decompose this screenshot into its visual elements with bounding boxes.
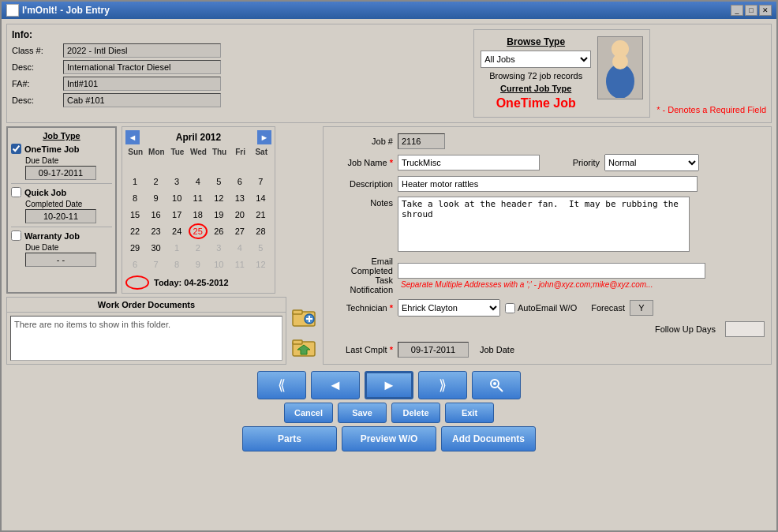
cal-cell[interactable]: 7 [251,174,270,189]
notes-textarea[interactable]: Take a look at the header fan. It may be… [398,197,690,252]
cal-cell[interactable]: 9 [189,257,208,272]
cal-cell[interactable]: 3 [209,240,228,256]
cal-cell[interactable]: 10 [209,257,228,272]
cal-cell[interactable]: 4 [189,174,208,189]
work-order-title: Work Order Documents [7,298,286,313]
cal-cell[interactable]: 11 [189,190,208,206]
cal-cell[interactable]: 23 [147,223,166,239]
cal-header-sat: Sat [251,148,271,156]
cal-cell[interactable]: 5 [209,174,228,189]
job-type-title: Job Type [11,131,112,140]
cal-today-row: Today: 04-25-2012 [125,275,271,290]
cal-cell[interactable]: 30 [147,240,166,256]
cancel-button[interactable]: Cancel [284,403,333,423]
cal-cell[interactable]: 1 [125,174,144,189]
quick-date[interactable]: 10-20-11 [25,209,96,223]
last-button[interactable]: ⟫ [418,371,467,399]
open-folder-button[interactable] [290,335,318,358]
cal-cell [189,157,208,173]
quick-checkbox[interactable] [11,187,21,197]
calendar-box: ◄ April 2012 ► Sun Mon Tue Wed Thu Fri S… [122,126,275,294]
cal-cell[interactable]: 4 [230,240,249,256]
svg-rect-9 [293,340,302,344]
cal-next-button[interactable]: ► [257,130,271,144]
first-button[interactable]: ⟪ [257,371,306,399]
cal-cell[interactable]: 26 [209,223,228,239]
last-cmplt-input[interactable] [398,342,469,358]
cal-cell-today[interactable]: 25 [189,223,208,239]
cal-cell[interactable]: 6 [230,174,249,189]
title-bar: ✔ I'mOnIt! - Job Entry _ □ ✕ [2,2,776,19]
desc-row: Desc: International Tractor Diesel [12,60,467,74]
email-input[interactable] [398,263,705,279]
cal-cell[interactable]: 13 [230,190,249,206]
followup-input[interactable] [725,321,765,337]
side-folder-buttons [290,297,318,365]
onetime-date[interactable]: 09-17-2011 [25,166,96,180]
cal-prev-button[interactable]: ◄ [125,130,140,144]
delete-button[interactable]: Delete [391,403,440,423]
cal-cell[interactable]: 2 [147,174,166,189]
cal-cell[interactable]: 16 [147,207,166,223]
cal-cell[interactable]: 18 [189,207,208,223]
onetime-checkbox[interactable] [11,144,21,154]
cal-cell[interactable]: 22 [125,223,144,239]
prev-button[interactable]: ◄ [311,371,360,399]
cal-cell[interactable]: 17 [167,207,186,223]
cal-cell[interactable]: 9 [147,190,166,206]
cal-cell[interactable]: 19 [209,207,228,223]
parts-button[interactable]: Parts [242,426,337,451]
job-name-input[interactable] [398,155,540,170]
job-num-input[interactable] [398,133,445,149]
add-folder-button[interactable] [290,305,318,328]
svg-point-2 [612,54,628,69]
technician-select[interactable]: Ehrick Clayton John Smith Mike Jones [398,299,500,317]
add-documents-button[interactable]: Add Documents [441,426,536,451]
desc-form-row: Description [330,176,765,192]
cal-cell[interactable]: 12 [209,190,228,206]
cal-cell[interactable]: 5 [251,240,270,256]
warranty-checkbox[interactable] [11,230,21,241]
work-order-content: There are no items to show in this folde… [10,316,282,361]
cal-cell[interactable]: 28 [251,223,270,239]
svg-rect-4 [293,310,302,314]
cal-cell[interactable]: 29 [125,240,144,256]
job-num-label: Job # [330,137,393,146]
desc2-value: Cab #101 [63,93,221,107]
minimize-button[interactable]: _ [731,5,743,16]
search-button[interactable] [472,371,521,399]
cal-header-sun: Sun [125,148,146,156]
save-button[interactable]: Save [338,403,387,423]
forecast-input[interactable] [630,300,653,316]
warranty-date[interactable]: - - [25,253,96,267]
cal-cell[interactable]: 6 [125,257,144,272]
cal-cell[interactable]: 3 [167,174,186,189]
cal-cell[interactable]: 1 [167,240,186,256]
left-panel: Job Type OneTime Job Due Date 09-17-2011 [6,126,318,365]
cal-cell[interactable]: 8 [125,190,144,206]
next-button[interactable]: ► [365,371,413,399]
exit-button[interactable]: Exit [445,403,494,423]
cal-cell[interactable]: 20 [230,207,249,223]
maximize-button[interactable]: □ [745,5,757,16]
cal-cell[interactable]: 11 [230,257,249,272]
cal-cell[interactable]: 24 [167,223,186,239]
cal-cell[interactable]: 14 [251,190,270,206]
browse-type-select[interactable]: All Jobs OneTime Job Quick Job Warranty … [481,51,591,68]
cal-cell[interactable]: 21 [251,207,270,223]
cal-cell[interactable]: 27 [230,223,249,239]
close-button[interactable]: ✕ [759,5,772,16]
info-label: Info: [12,29,467,40]
cal-cell[interactable]: 2 [189,240,208,256]
cal-cell[interactable]: 8 [167,257,186,272]
cal-cell[interactable]: 10 [167,190,186,206]
cal-cell[interactable]: 12 [251,257,270,272]
cal-cell[interactable]: 7 [147,257,166,272]
svg-point-13 [493,382,496,385]
priority-select[interactable]: Normal High Low Critical [604,154,699,171]
description-input[interactable] [398,176,698,192]
browse-job-type: OneTime Job [496,96,576,111]
preview-wo-button[interactable]: Preview W/O [342,426,436,451]
cal-cell[interactable]: 15 [125,207,144,223]
autoemail-checkbox[interactable] [505,303,515,313]
